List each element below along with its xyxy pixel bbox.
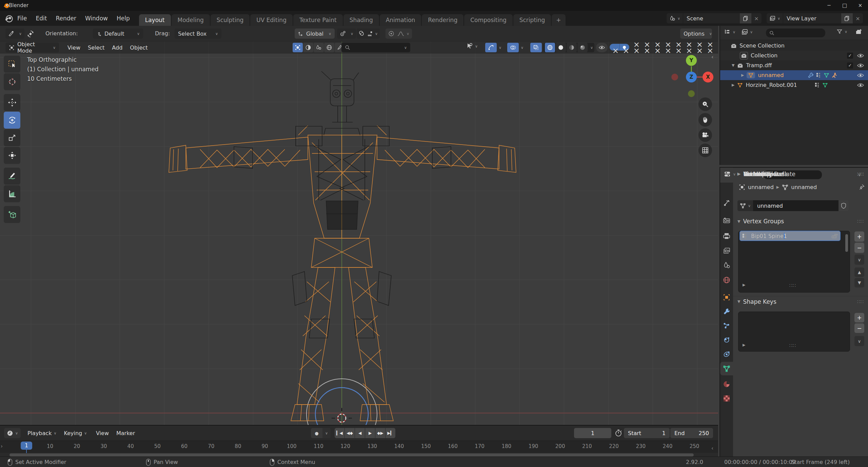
topbar-menu[interactable]: File xyxy=(13,11,31,26)
hide-eye-icon[interactable] xyxy=(857,53,864,58)
outliner-filter-dropdown[interactable]: ∨ xyxy=(836,29,847,35)
tool-select-box[interactable] xyxy=(4,56,20,73)
outliner-editor-type-dropdown[interactable]: ∨ xyxy=(724,29,735,35)
tool-transform[interactable] xyxy=(4,147,20,164)
workspace-tab[interactable]: Shading xyxy=(343,14,379,26)
transport-button[interactable]: ▶ xyxy=(365,428,375,438)
panel-grip[interactable]: ∷∷ xyxy=(857,219,864,224)
transport-button[interactable]: ◀◆ xyxy=(345,428,355,438)
transport-button[interactable]: ▎◀ xyxy=(335,428,344,438)
workspace-tab[interactable]: Rendering xyxy=(422,14,463,26)
xray-toggle[interactable] xyxy=(530,43,542,52)
list-expand-toggle[interactable]: ▶ xyxy=(743,283,745,287)
missing-icon[interactable]: × xyxy=(663,47,673,55)
globe-icon[interactable] xyxy=(324,43,334,52)
new-collection-button[interactable] xyxy=(855,28,863,36)
current-frame-field[interactable]: 1 xyxy=(574,428,611,438)
mesh-data-icon[interactable] xyxy=(824,73,829,78)
vertex-group-move-down-button[interactable]: ▼ xyxy=(854,278,864,287)
shape-key-remove-button[interactable]: − xyxy=(854,323,864,333)
shading-solid-button[interactable] xyxy=(556,43,566,52)
pin-icon[interactable] xyxy=(859,184,865,190)
list-expand-toggle[interactable]: ▶ xyxy=(743,343,745,347)
playhead-line[interactable] xyxy=(26,450,27,453)
eye-toggle-icon[interactable] xyxy=(596,43,608,52)
vertex-group-icon[interactable] xyxy=(814,82,820,88)
viewport-menu[interactable]: View xyxy=(64,42,84,53)
blender-menu-icon[interactable] xyxy=(5,14,13,22)
list-resize-grip[interactable]: ∷∷ xyxy=(789,283,796,288)
overlays-toggle[interactable] xyxy=(507,43,519,52)
tool-rotate[interactable] xyxy=(4,112,20,129)
missing-icon[interactable]: × xyxy=(652,47,663,55)
outliner-row-tramp[interactable]: ▼ Tramp.dff ✓ xyxy=(720,60,868,70)
shape-key-specials-dropdown[interactable]: ∨ xyxy=(854,336,864,346)
start-frame-field[interactable]: Start1 xyxy=(624,428,670,438)
view-layer-browse-button[interactable]: ∨ xyxy=(767,13,783,23)
add-workspace-button[interactable]: + xyxy=(552,14,565,26)
options-dropdown[interactable]: Options ∨ xyxy=(680,29,712,39)
vertex-group-icon[interactable] xyxy=(816,72,822,78)
scene-browse-button[interactable]: ∨ xyxy=(667,13,683,23)
mesh-browse-dropdown[interactable]: ∨ xyxy=(737,200,753,211)
close-button[interactable]: × xyxy=(852,0,868,11)
maximize-button[interactable]: □ xyxy=(837,0,852,11)
keying-set-dropdown[interactable]: ∨ xyxy=(322,428,331,438)
tool-move[interactable] xyxy=(4,94,20,111)
topbar-menu[interactable]: Render xyxy=(51,11,81,26)
preview-range-stopwatch-icon[interactable] xyxy=(614,429,623,437)
gizmos-toggle[interactable] xyxy=(485,43,497,52)
workspace-tab[interactable]: Modeling xyxy=(172,14,210,26)
workspace-tab[interactable]: Sculpting xyxy=(211,14,250,26)
orientation-dropdown[interactable]: Default ∨ xyxy=(93,29,143,39)
tool-add-cube[interactable] xyxy=(4,206,20,223)
expand-left-icon[interactable]: › xyxy=(1,443,3,449)
viewport-menu[interactable]: Select xyxy=(84,42,108,53)
transport-button[interactable]: ▶▎ xyxy=(386,428,395,438)
missing-icon[interactable]: × xyxy=(694,47,705,55)
missing-icon[interactable]: × xyxy=(621,47,631,55)
scene-name[interactable]: Scene xyxy=(683,15,740,22)
record-button[interactable]: ● xyxy=(311,431,322,436)
workspace-tab[interactable]: Animation xyxy=(380,14,421,26)
3d-viewport[interactable]: Object Mode ∨ ViewSelectAddObject ∨ ∨ xyxy=(0,41,718,425)
breadcrumb-object-name[interactable]: unnamed xyxy=(748,184,774,190)
shading-rendered-button[interactable] xyxy=(577,43,588,52)
lock-open-icon[interactable] xyxy=(831,233,837,239)
outliner-row-horzine[interactable]: ▶ Horzine_Robot.001 xyxy=(720,80,868,90)
panel-grip[interactable]: ∷∷ xyxy=(857,299,864,304)
ortho-grid-button[interactable] xyxy=(698,144,712,157)
armature-icon[interactable] xyxy=(831,72,837,78)
view-layer-copy-button[interactable] xyxy=(841,13,853,23)
tool-scale[interactable] xyxy=(4,129,20,146)
topbar-menu[interactable]: Help xyxy=(112,11,134,26)
missing-icon[interactable]: × xyxy=(642,47,652,55)
transform-orientation-icon[interactable] xyxy=(26,30,35,38)
outliner-search[interactable] xyxy=(766,29,825,37)
expand-toggle[interactable]: ▶ xyxy=(741,73,744,77)
tab-modifiers[interactable] xyxy=(720,305,733,318)
timeline-hscrollbar[interactable] xyxy=(9,453,694,456)
tab-scene[interactable] xyxy=(720,259,733,272)
view-layer-name[interactable]: View Layer xyxy=(783,15,841,22)
timeline-editor-type-dropdown[interactable]: ∨ xyxy=(4,428,21,438)
breadcrumb-data-name[interactable]: unnamed xyxy=(791,184,817,190)
vertex-group-move-up-button[interactable]: ▲ xyxy=(854,267,864,277)
missing-icon[interactable]: × xyxy=(705,47,715,55)
axis-z-ball[interactable]: Z xyxy=(686,72,697,82)
mode-dropdown[interactable]: Object Mode ∨ xyxy=(5,42,59,53)
timeline-menu[interactable]: Marker xyxy=(113,428,139,438)
list-resize-grip[interactable]: ∷∷ xyxy=(789,343,796,348)
timeline-menu[interactable]: View xyxy=(92,428,113,438)
shape-key-add-button[interactable]: + xyxy=(854,313,864,322)
transform-pivot-dropdown[interactable]: Global ∨ xyxy=(295,29,335,39)
vertex-group-row[interactable]: Bip01 Spine1 xyxy=(740,231,839,241)
sphere-half-icon[interactable] xyxy=(303,43,313,52)
tab-object-data[interactable] xyxy=(720,362,733,375)
hide-eye-icon[interactable] xyxy=(857,63,864,68)
axis-x-ball[interactable]: X xyxy=(703,72,713,82)
workspace-tab[interactable]: UV Editing xyxy=(250,14,293,26)
outliner-row-unnamed[interactable]: ▶ unnamed xyxy=(720,70,868,80)
tab-view-layer[interactable] xyxy=(720,244,733,258)
proportional-falloff-dropdown[interactable]: ∨ xyxy=(397,31,409,37)
